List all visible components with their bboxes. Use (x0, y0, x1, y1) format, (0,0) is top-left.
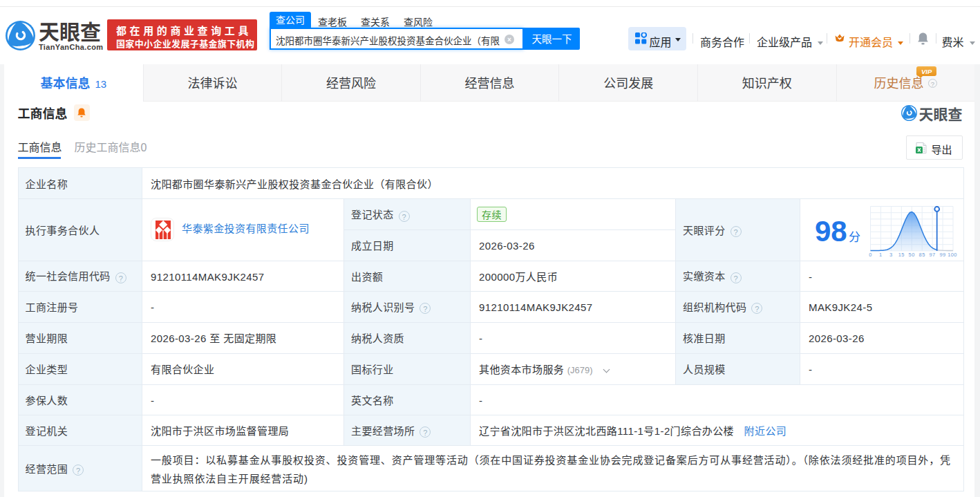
svg-text:50: 50 (909, 252, 915, 257)
svg-text:97: 97 (930, 252, 936, 257)
svg-text:85: 85 (919, 252, 925, 257)
svg-text:1: 1 (879, 252, 883, 257)
svg-text:0: 0 (869, 252, 872, 257)
svg-text:3: 3 (889, 252, 893, 257)
svg-text:15: 15 (898, 252, 905, 257)
svg-text:100: 100 (948, 252, 957, 257)
svg-text:99: 99 (940, 252, 946, 257)
